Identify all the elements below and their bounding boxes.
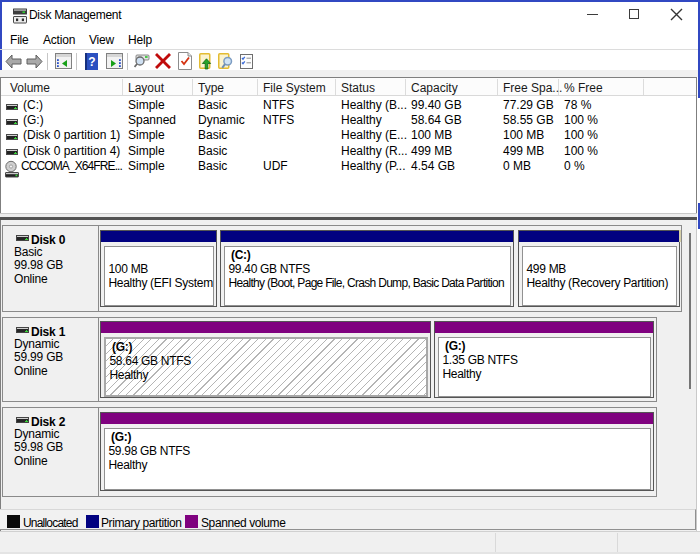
svg-text:?: ? (88, 55, 95, 69)
